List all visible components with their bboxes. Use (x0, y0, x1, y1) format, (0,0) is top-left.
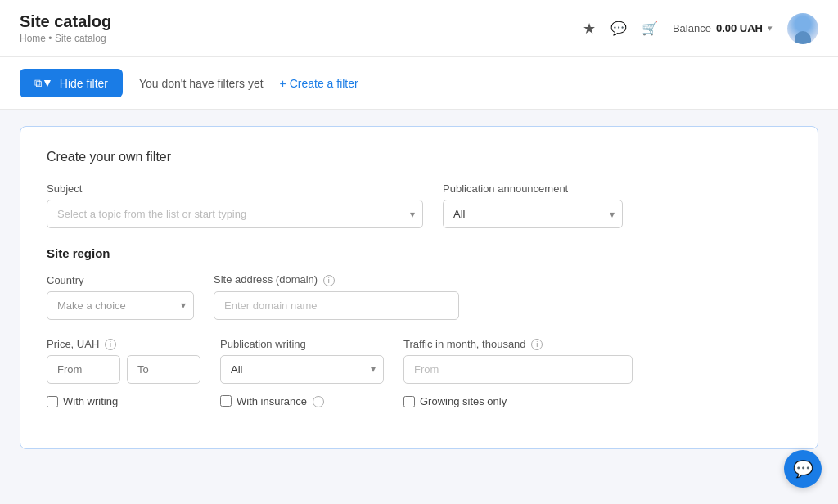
traffic-from-input[interactable] (403, 355, 633, 384)
publication-select[interactable]: All Immediately Scheduled (443, 200, 623, 228)
pub-writing-label: Publication writing (220, 338, 384, 350)
create-filter-prefix: + (280, 77, 286, 90)
traffic-label: Traffic in month, thousand i (403, 338, 633, 351)
avatar-image (787, 13, 818, 44)
traffic-info-icon[interactable]: i (531, 339, 543, 350)
filter-title: Create your own filter (47, 150, 791, 164)
publication-group: Publication announcement All Immediately… (443, 182, 623, 228)
price-inputs (47, 355, 200, 384)
breadcrumb-home[interactable]: Home (20, 33, 46, 44)
pub-writing-group: Publication writing All With writing Wit… (220, 338, 384, 408)
growing-sites-checkbox[interactable] (403, 396, 415, 407)
filter-icon: ▼ (34, 76, 53, 90)
price-label: Price, UAH i (47, 338, 200, 351)
price-group: Price, UAH i With writing (47, 338, 200, 408)
messages-icon[interactable] (610, 20, 627, 37)
price-to-input[interactable] (127, 355, 200, 384)
with-insurance-checkbox[interactable] (220, 395, 232, 407)
domain-input[interactable] (214, 291, 459, 320)
main-content: Create your own filter Subject Publicati… (0, 110, 838, 466)
breadcrumb-separator: • (48, 33, 55, 44)
create-filter-label: Create a filter (290, 77, 358, 90)
with-insurance-label[interactable]: With insurance i (237, 395, 324, 408)
chat-fab-icon: 💬 (793, 459, 813, 466)
subject-group: Subject (47, 182, 423, 228)
pub-writing-select-wrapper: All With writing Without writing (220, 355, 384, 384)
growing-sites-row: Growing sites only (403, 395, 633, 407)
balance-dropdown-icon[interactable] (768, 23, 773, 34)
form-row-region: Country Make a choice Site address (doma… (47, 273, 791, 320)
toolbar: ▼ Hide filter You don't have filters yet… (0, 57, 838, 110)
subject-select-wrapper (47, 200, 423, 228)
insurance-info-icon[interactable]: i (313, 396, 324, 407)
create-filter-link[interactable]: + Create a filter (280, 77, 358, 90)
domain-label: Site address (domain) i (214, 273, 459, 286)
filter-panel: Create your own filter Subject Publicati… (20, 126, 818, 449)
no-filters-text: You don't have filters yet (139, 77, 264, 90)
avatar-figure (795, 31, 811, 44)
header-right: Balance 0.00 UAH (583, 13, 818, 44)
with-writing-checkbox[interactable] (47, 396, 58, 407)
country-label: Country (47, 274, 194, 286)
hide-filter-label: Hide filter (60, 77, 108, 90)
site-region-title: Site region (47, 246, 791, 260)
breadcrumb-current: Site catalog (55, 33, 106, 44)
domain-group: Site address (domain) i (214, 273, 459, 320)
site-title: Site catalog (20, 12, 111, 31)
with-insurance-row: With insurance i (220, 395, 384, 408)
publication-select-wrapper: All Immediately Scheduled (443, 200, 623, 228)
publication-label: Publication announcement (443, 182, 623, 195)
balance-area: Balance 0.00 UAH (673, 22, 773, 34)
header-left: Site catalog Home • Site catalog (20, 12, 111, 44)
traffic-group: Traffic in month, thousand i Growing sit… (403, 338, 633, 408)
balance-amount: 0.00 UAH (716, 22, 763, 34)
price-from-input[interactable] (47, 355, 120, 384)
price-info-icon[interactable]: i (105, 339, 116, 350)
country-select[interactable]: Make a choice (47, 291, 194, 320)
balance-label: Balance (673, 22, 711, 34)
favorites-icon[interactable] (583, 20, 596, 38)
subject-label: Subject (47, 182, 423, 195)
country-select-wrapper: Make a choice (47, 291, 194, 320)
with-writing-row: With writing (47, 395, 200, 407)
cart-icon[interactable] (642, 20, 658, 37)
with-writing-label[interactable]: With writing (63, 395, 118, 407)
form-row-price: Price, UAH i With writing Publication wr… (47, 338, 791, 408)
pub-writing-select[interactable]: All With writing Without writing (220, 355, 384, 384)
header: Site catalog Home • Site catalog Balance… (0, 0, 838, 57)
form-row-subject: Subject Publication announcement All Imm… (47, 182, 791, 228)
breadcrumb: Home • Site catalog (20, 33, 111, 44)
avatar[interactable] (787, 13, 818, 44)
hide-filter-button[interactable]: ▼ Hide filter (20, 69, 123, 97)
growing-sites-label[interactable]: Growing sites only (420, 395, 507, 407)
country-group: Country Make a choice (47, 274, 194, 320)
subject-input[interactable] (47, 200, 423, 228)
domain-info-icon[interactable]: i (323, 275, 335, 286)
